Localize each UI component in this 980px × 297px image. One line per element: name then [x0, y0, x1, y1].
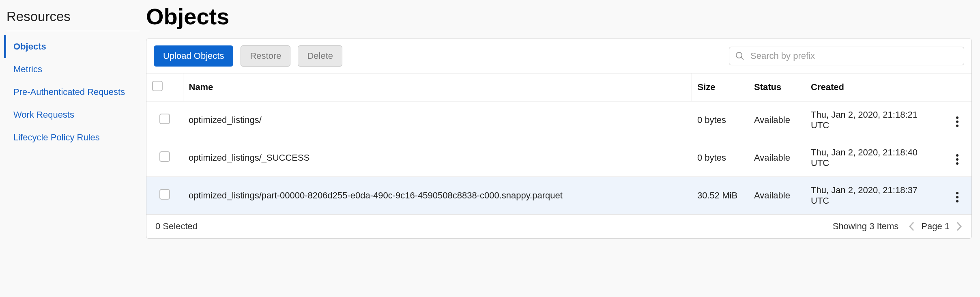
row-checkbox[interactable]	[159, 151, 170, 162]
sidebar-item-work-requests[interactable]: Work Requests	[4, 103, 142, 126]
column-header-checkbox	[146, 73, 183, 101]
cell-status: Available	[748, 101, 805, 139]
search-icon	[735, 51, 745, 61]
sidebar-item-pre-authenticated-requests[interactable]: Pre-Authenticated Requests	[4, 81, 142, 103]
column-header-size[interactable]: Size	[692, 73, 748, 101]
cell-created: Thu, Jan 2, 2020, 21:18:37 UTC	[805, 177, 943, 215]
cell-status: Available	[748, 177, 805, 215]
sidebar-item-label: Pre-Authenticated Requests	[13, 87, 125, 97]
column-header-created[interactable]: Created	[805, 73, 943, 101]
search-input[interactable]	[750, 50, 958, 62]
chevron-right-icon	[955, 221, 963, 232]
cell-size: 0 bytes	[692, 139, 748, 177]
row-actions-menu-icon[interactable]	[954, 189, 961, 205]
row-checkbox[interactable]	[159, 189, 170, 200]
sidebar-item-lifecycle-policy-rules[interactable]: Lifecycle Policy Rules	[4, 126, 142, 149]
selected-count: 0 Selected	[155, 221, 198, 232]
main: Objects Upload Objects Restore Delete	[146, 0, 980, 297]
sidebar-item-objects[interactable]: Objects	[4, 35, 142, 58]
sidebar-item-label: Work Requests	[13, 110, 74, 120]
table-row[interactable]: optimized_listings/_SUCCESS 0 bytes Avai…	[146, 139, 971, 177]
showing-count: Showing 3 Items	[833, 221, 899, 232]
search-box[interactable]	[729, 47, 964, 65]
objects-table: Name Size Status Created optimized_listi…	[146, 73, 971, 215]
sidebar-item-metrics[interactable]: Metrics	[4, 58, 142, 81]
table-body: optimized_listings/ 0 bytes Available Th…	[146, 101, 971, 215]
cell-status: Available	[748, 139, 805, 177]
next-page-button[interactable]	[955, 221, 963, 232]
cell-name: optimized_listings/_SUCCESS	[183, 139, 692, 177]
cell-size: 0 bytes	[692, 101, 748, 139]
pager: Page 1	[908, 221, 963, 232]
column-header-name[interactable]: Name	[183, 73, 692, 101]
delete-button[interactable]: Delete	[298, 45, 342, 67]
cell-created: Thu, Jan 2, 2020, 21:18:21 UTC	[805, 101, 943, 139]
row-actions-menu-icon[interactable]	[954, 152, 961, 167]
select-all-checkbox[interactable]	[152, 81, 163, 91]
column-header-actions	[943, 73, 971, 101]
table-footer: 0 Selected Showing 3 Items Page 1	[146, 215, 971, 238]
table-row[interactable]: optimized_listings/part-00000-8206d255-e…	[146, 177, 971, 215]
page-title: Objects	[146, 3, 972, 30]
cell-size: 30.52 MiB	[692, 177, 748, 215]
prev-page-button[interactable]	[908, 221, 916, 232]
upload-objects-button[interactable]: Upload Objects	[154, 45, 233, 67]
svg-point-0	[736, 52, 742, 58]
sidebar-title: Resources	[4, 4, 142, 31]
row-checkbox[interactable]	[159, 114, 170, 124]
cell-name: optimized_listings/part-00000-8206d255-e…	[183, 177, 692, 215]
cell-name: optimized_listings/	[183, 101, 692, 139]
svg-line-1	[741, 57, 744, 60]
sidebar-item-label: Objects	[13, 41, 46, 52]
sidebar-item-label: Lifecycle Policy Rules	[13, 132, 100, 142]
objects-panel: Upload Objects Restore Delete	[146, 39, 972, 239]
row-actions-menu-icon[interactable]	[954, 114, 961, 129]
cell-created: Thu, Jan 2, 2020, 21:18:40 UTC	[805, 139, 943, 177]
chevron-left-icon	[908, 221, 916, 232]
column-header-status[interactable]: Status	[748, 73, 805, 101]
sidebar: Resources Objects Metrics Pre-Authentica…	[0, 0, 146, 297]
page-indicator: Page 1	[921, 221, 950, 232]
toolbar: Upload Objects Restore Delete	[146, 39, 971, 73]
restore-button[interactable]: Restore	[241, 45, 290, 67]
table-row[interactable]: optimized_listings/ 0 bytes Available Th…	[146, 101, 971, 139]
sidebar-nav: Objects Metrics Pre-Authenticated Reques…	[4, 35, 142, 149]
sidebar-item-label: Metrics	[13, 64, 42, 74]
table-header-row: Name Size Status Created	[146, 73, 971, 101]
sidebar-divider	[6, 31, 140, 31]
